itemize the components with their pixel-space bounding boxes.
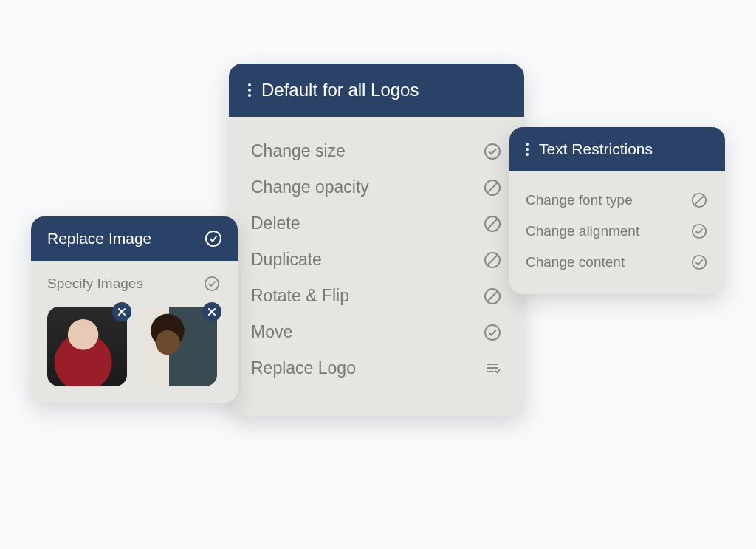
default-logos-panel: Default for all Logos Change size Change… bbox=[229, 64, 524, 416]
option-label: Change alignment bbox=[526, 223, 690, 239]
block-icon bbox=[483, 214, 502, 233]
panel-title: Default for all Logos bbox=[261, 80, 419, 100]
check-circle-icon bbox=[202, 274, 221, 293]
option-label: Move bbox=[251, 322, 483, 342]
option-change-content[interactable]: Change content bbox=[526, 247, 709, 278]
option-label: Replace Logo bbox=[251, 358, 483, 378]
list-check-icon bbox=[483, 359, 502, 378]
image-thumb-1[interactable] bbox=[47, 307, 127, 386]
panel-header: Default for all Logos bbox=[229, 64, 524, 117]
text-restrictions-panel: Text Restrictions Change font type Chang… bbox=[509, 127, 725, 294]
block-icon bbox=[483, 287, 502, 306]
option-label: Change opacity bbox=[251, 177, 483, 197]
block-icon bbox=[690, 191, 709, 210]
option-label: Change size bbox=[251, 141, 483, 161]
more-icon[interactable] bbox=[248, 83, 251, 97]
panel-body: Change size Change opacity Delete Duplic… bbox=[229, 117, 524, 416]
panel-header: Replace Image bbox=[31, 216, 238, 261]
panel-body: Specify Images bbox=[31, 261, 238, 403]
option-duplicate[interactable]: Duplicate bbox=[251, 242, 502, 278]
specify-images-row[interactable]: Specify Images bbox=[47, 274, 221, 299]
option-replace-logo[interactable]: Replace Logo bbox=[251, 350, 502, 386]
replace-image-panel: Replace Image Specify Images bbox=[31, 216, 238, 403]
image-thumbnails bbox=[47, 307, 221, 386]
check-circle-icon bbox=[690, 222, 709, 241]
option-move[interactable]: Move bbox=[251, 314, 502, 350]
option-label: Change content bbox=[526, 254, 690, 270]
option-label: Change font type bbox=[526, 192, 690, 208]
check-circle-icon bbox=[205, 231, 221, 247]
panel-body: Change font type Change alignment Change… bbox=[509, 171, 725, 294]
panel-header: Text Restrictions bbox=[509, 127, 725, 171]
option-rotate-flip[interactable]: Rotate & Flip bbox=[251, 278, 502, 314]
option-change-opacity[interactable]: Change opacity bbox=[251, 169, 502, 205]
block-icon bbox=[483, 250, 502, 270]
remove-image-button[interactable] bbox=[112, 302, 131, 321]
option-label: Delete bbox=[251, 214, 483, 233]
panel-title: Replace Image bbox=[47, 230, 151, 248]
option-label: Duplicate bbox=[251, 250, 483, 270]
image-thumb-2[interactable] bbox=[137, 307, 217, 386]
option-change-alignment[interactable]: Change alignment bbox=[526, 216, 709, 247]
panel-title: Text Restrictions bbox=[539, 140, 653, 158]
option-delete[interactable]: Delete bbox=[251, 205, 502, 242]
option-label: Rotate & Flip bbox=[251, 286, 483, 306]
option-change-font-type[interactable]: Change font type bbox=[526, 185, 709, 216]
section-label: Specify Images bbox=[47, 276, 202, 292]
remove-image-button[interactable] bbox=[202, 302, 221, 321]
check-circle-icon bbox=[483, 142, 502, 161]
option-change-size[interactable]: Change size bbox=[251, 133, 502, 169]
block-icon bbox=[483, 178, 502, 197]
more-icon[interactable] bbox=[526, 143, 529, 156]
check-circle-icon bbox=[690, 253, 709, 272]
check-circle-icon bbox=[483, 323, 502, 342]
